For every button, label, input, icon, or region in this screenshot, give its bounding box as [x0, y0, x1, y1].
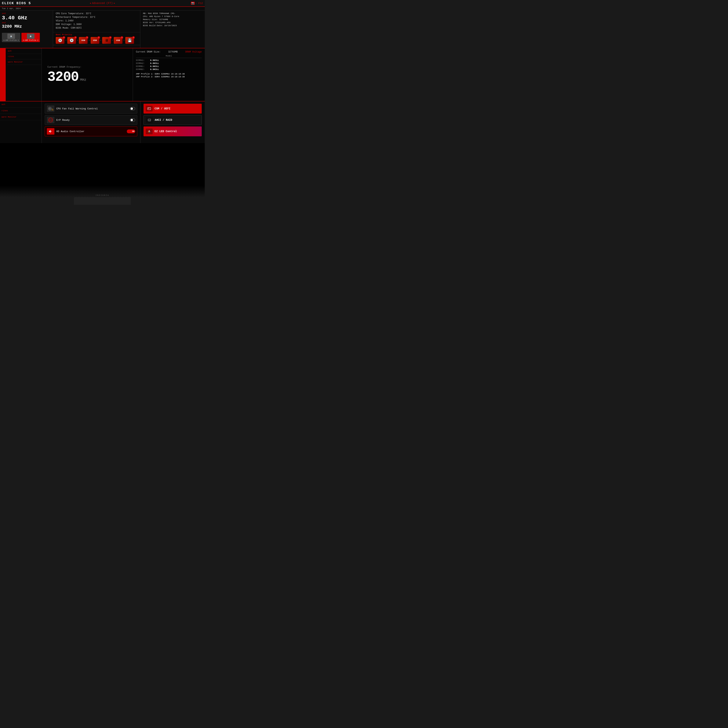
dimm-b1-label: DIMMB1: [136, 65, 148, 67]
controls-right: CSM / UEFI AHCI / RAID [140, 101, 205, 143]
ez-led-label: EZ LED Control [154, 130, 177, 133]
dram-center-panel: Current DRAM Frequency: 3200 MHz [42, 48, 133, 101]
controls-left-sidebar: ash rites ware Monitor [0, 101, 42, 143]
bios-date-row: BIOS Build Date: 10/19/2023 [143, 24, 202, 27]
sidebar-item-ash-2[interactable]: ash [0, 101, 41, 108]
boot-badge-4: U [98, 36, 100, 39]
svg-point-10 [148, 130, 150, 132]
svg-point-12 [150, 132, 150, 132]
f12-button[interactable]: 📷 : F12 [191, 2, 203, 5]
usb1-icon: USB [81, 39, 85, 41]
dimm-b1-value: G.SKILL [150, 65, 159, 67]
dram-right-panel: Current DRAM Size: 32768MB DRAM Voltage … [133, 48, 205, 101]
sidebar-item-ash[interactable]: ash [7, 48, 42, 54]
date-bar: Tue 2 Apr, 2024 [0, 7, 205, 11]
dimm-a2-value: G.SKILL [150, 62, 159, 64]
red-accent-bar [0, 48, 6, 101]
mb-temp-row: Motherboard Temperature: 33°C [56, 16, 138, 18]
usb4-icon: USB [116, 39, 120, 41]
sidebar-item-monitor-2[interactable]: ware Monitor [0, 114, 41, 120]
boot-device-cd[interactable]: 💿 U [67, 37, 76, 44]
boot-badge-6: U [121, 36, 123, 39]
toggle-dot-2 [131, 119, 133, 121]
csm-icon [146, 106, 153, 112]
xmp-profile-2[interactable]: 💾 A-XMP Profile 2 [21, 33, 40, 42]
boot-priority-section: Boot Priority 💿 U › 💿 U › US [53, 32, 140, 45]
left-panel: eed 3.40 GHz eed 3200 MHz 💾 A-XMP Profil… [0, 11, 53, 48]
xmp-profile-2-label: A-XMP Profile 2 [23, 40, 38, 41]
floppy-icon: 💾 [128, 38, 132, 43]
xmp1-row: XMP Profile 1: DDR4 3200MHz 16-18-18-38 [136, 73, 202, 75]
dimm-row-a1: DIMMA1: G.SKILL [136, 59, 202, 61]
svg-rect-5 [148, 108, 149, 109]
boot-badge-5: U [109, 36, 112, 39]
dimm-b2-label: DIMMB2: [136, 68, 148, 70]
dimm-row-b2: DIMMB2: G.SKILL [136, 68, 202, 70]
ahci-raid-button[interactable]: AHCI / RAID [144, 115, 202, 125]
xmp1-value: DDR4 3200MHz 16-18-18-38 [155, 73, 185, 75]
monitor-stand [74, 197, 131, 205]
sidebar-item-rites[interactable]: rites [7, 54, 42, 59]
erp-toggle[interactable] [130, 118, 135, 122]
mb-row: MB: MAG B550 TOMAHAWK (MS- [143, 12, 202, 15]
svg-point-1 [49, 108, 50, 109]
cpu-fan-warning-row[interactable]: CPU Fan Fail Warning Control [45, 104, 137, 113]
bios-mode-row: BIOS Mode: CSM/UEFI [56, 27, 138, 29]
svg-point-9 [148, 119, 151, 120]
ez-led-button[interactable]: EZ LED Control [144, 127, 202, 136]
hd-audio-row[interactable]: HD Audio Controller ON [45, 127, 137, 136]
screen-content: CLICK BIOS 5 Advanced (F7) 📷 : F12 Tue 2… [0, 0, 205, 167]
cpu-speed-value-2: 3200 MHz [2, 24, 51, 29]
xmp-profile-1-label: A-XMP Profile 1 [3, 40, 19, 41]
boot-badge-7: U [132, 36, 135, 39]
boot-device-usb2[interactable]: USB U [90, 37, 99, 44]
sidebar-item-monitor[interactable]: ware Monitor [7, 59, 42, 65]
hdd-icon: 💿 [58, 38, 62, 43]
camera-icon: 📷 [191, 2, 195, 5]
dram-size-label: Current DRAM Size: [136, 50, 161, 53]
cpu-temp-row: CPU Core Temperature: 33°C [56, 12, 138, 15]
cpu-fan-toggle[interactable] [130, 107, 135, 110]
usb3-icon: 🖥 [105, 38, 108, 43]
cpu-speed-value-1: 3.40 GHz [2, 15, 51, 21]
hd-audio-toggle[interactable]: ON [127, 130, 135, 133]
dram-sidebar-menu: ash rites ware Monitor [7, 48, 42, 101]
cpu-row: CPU: AMD Ryzen 7 5700X 8-Core [143, 15, 202, 18]
controls-center: CPU Fan Fail Warning Control ErP ErP Rea… [42, 101, 140, 143]
dram-freq-unit: MHz [80, 78, 86, 82]
svg-point-11 [148, 132, 149, 132]
advanced-tab[interactable]: Advanced (F7) [90, 2, 115, 5]
dimm-a1-label: DIMMA1: [136, 59, 148, 61]
sidebar-item-rites-2[interactable]: rites [0, 108, 41, 114]
controls-section: ash rites ware Monitor [0, 101, 205, 143]
csm-uefi-button[interactable]: CSM / UEFI [144, 104, 202, 113]
boot-badge-1: U [63, 36, 65, 39]
erp-label: ErP Ready [56, 119, 128, 122]
erp-ready-row[interactable]: ErP ErP Ready [45, 115, 137, 125]
sidebar-rites-label: rites [2, 110, 8, 112]
xmp2-row: XMP Profile 2: DDR4 3200MHz 16-18-18-38 [136, 76, 202, 78]
boot-device-usb1[interactable]: USB U [79, 37, 87, 44]
boot-priority-label: Boot Priority [56, 34, 138, 36]
f12-label: : F12 [196, 2, 203, 5]
ez-led-icon [146, 128, 153, 134]
boot-device-usb3[interactable]: 🖥 U [102, 37, 111, 44]
xmp-profile-1[interactable]: 💾 A-XMP Profile 1 [2, 33, 20, 42]
dram-section: ash rites ware Monitor Current DRAM Freq… [0, 48, 205, 101]
cpu-speed-label-1: eed [2, 12, 51, 15]
boot-device-floppy[interactable]: 💾 U [125, 37, 134, 44]
dram-size-value: 32768MB [168, 50, 177, 53]
dram-left-panel: ash rites ware Monitor [0, 48, 42, 101]
right-panel: MB: MAG B550 TOMAHAWK (MS- CPU: AMD Ryze… [140, 11, 205, 48]
memory-row: Memory Size: 32768MB [143, 18, 202, 21]
dimm-a1-value: G.SKILL [150, 59, 159, 61]
boot-arrow-1: › [65, 39, 67, 42]
advanced-tab-label: Advanced (F7) [92, 2, 113, 5]
dram-freq-display: 3200 MHz [47, 70, 127, 84]
csm-label: CSM / UEFI [154, 107, 170, 110]
boot-device-usb4[interactable]: USB U [114, 37, 122, 44]
usb2-icon: USB [93, 39, 97, 41]
dimm-b2-value: G.SKILL [150, 68, 159, 70]
bios-ver-row: BIOS Ver: E7C91AMS.AF0 [143, 21, 202, 24]
boot-device-hdd[interactable]: 💿 U [56, 37, 64, 44]
